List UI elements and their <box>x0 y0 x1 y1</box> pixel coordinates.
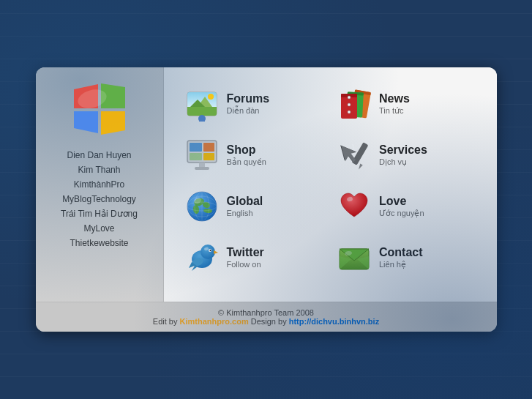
sidebar-link-1[interactable]: Kim Thanh <box>78 164 121 176</box>
sidebar-link-3[interactable]: MyBlogTechnology <box>62 193 136 205</box>
svg-rect-24 <box>203 153 214 160</box>
svg-rect-23 <box>190 153 202 160</box>
news-title: News <box>379 92 410 105</box>
svg-rect-27 <box>352 142 369 165</box>
svg-point-8 <box>208 94 214 100</box>
svg-rect-25 <box>199 163 205 167</box>
services-title: Services <box>379 143 427 157</box>
menu-item-services[interactable]: Services Dịch vụ <box>334 133 479 177</box>
love-subtitle: Ước nguyện <box>379 208 424 218</box>
shop-subtitle: Bản quyền <box>227 157 266 167</box>
footer-credits: Edit by Kimthanhpro.com Design by http:/… <box>43 317 490 326</box>
footer-edit-link[interactable]: Kimthanhpro.com <box>180 317 249 326</box>
shop-icon <box>184 138 220 173</box>
menu-item-forums[interactable]: Forums Diễn đàn <box>181 82 327 126</box>
services-subtitle: Dịch vụ <box>379 157 427 167</box>
main-container: Dien Dan Huyen Kim Thanh KimthànhPro MyB… <box>36 67 497 332</box>
svg-rect-5 <box>187 107 217 116</box>
shop-title: Shop <box>227 143 266 157</box>
forums-subtitle: Diễn đàn <box>227 105 270 116</box>
svg-rect-10 <box>199 117 205 122</box>
twitter-text: Twitter Follow on <box>227 245 264 269</box>
news-subtitle: Tin tức <box>379 105 410 116</box>
content-area: Dien Dan Huyen Kim Thanh KimthànhPro MyB… <box>36 67 497 302</box>
contact-text: Contact Liên hệ <box>379 245 423 269</box>
footer: © Kimthanhpro Team 2008 Edit by Kimthanh… <box>36 302 497 332</box>
svg-marker-45 <box>214 250 218 254</box>
sidebar: Dien Dan Huyen Kim Thanh KimthànhPro MyB… <box>36 67 164 302</box>
news-icon <box>337 86 372 122</box>
sidebar-link-2[interactable]: KimthànhPro <box>74 179 124 190</box>
menu-item-global[interactable]: Global English <box>181 184 327 228</box>
footer-copyright: © Kimthanhpro Team 2008 <box>43 308 490 317</box>
svg-point-17 <box>348 96 351 99</box>
love-title: Love <box>379 194 424 208</box>
main-content: Forums Diễn đàn <box>164 67 497 302</box>
shop-text: Shop Bản quyền <box>227 143 266 167</box>
twitter-icon <box>184 240 220 275</box>
svg-marker-28 <box>357 164 362 171</box>
sidebar-link-6[interactable]: Thietkewebsite <box>70 237 128 249</box>
forums-icon <box>184 86 220 122</box>
services-text: Services Dịch vụ <box>379 143 427 167</box>
svg-rect-26 <box>195 167 209 170</box>
menu-item-love[interactable]: Love Ước nguyện <box>334 184 479 228</box>
global-subtitle: English <box>227 208 263 218</box>
footer-design-link[interactable]: http://dichvu.binhvn.biz <box>289 317 379 326</box>
love-icon <box>337 189 372 224</box>
services-icon <box>337 138 372 173</box>
menu-item-twitter[interactable]: Twitter Follow on <box>181 236 327 280</box>
footer-design-label: Design by <box>249 317 289 326</box>
sidebar-link-5[interactable]: MyLove <box>83 223 114 234</box>
menu-item-contact[interactable]: Contact Liên hệ <box>334 236 479 280</box>
love-text: Love Ước nguyện <box>379 194 424 218</box>
svg-point-47 <box>209 250 211 251</box>
sidebar-link-4[interactable]: Trái Tim Hải Dương <box>61 208 138 220</box>
global-icon <box>184 189 220 224</box>
footer-edit-label: Edit by <box>153 317 180 326</box>
global-text: Global English <box>227 194 263 218</box>
svg-point-19 <box>348 111 351 113</box>
svg-rect-21 <box>190 143 202 152</box>
contact-subtitle: Liên hệ <box>379 259 423 269</box>
contact-icon <box>337 240 372 275</box>
svg-point-44 <box>201 245 215 259</box>
twitter-title: Twitter <box>227 245 264 259</box>
menu-item-shop[interactable]: Shop Bản quyền <box>181 133 327 177</box>
svg-rect-22 <box>203 143 214 152</box>
sidebar-link-0[interactable]: Dien Dan Huyen <box>67 149 131 161</box>
sidebar-links: Dien Dan Huyen Kim Thanh KimthànhPro MyB… <box>43 149 156 249</box>
svg-line-31 <box>351 144 356 150</box>
contact-title: Contact <box>379 245 423 259</box>
menu-item-news[interactable]: News Tin tức <box>334 82 479 126</box>
twitter-subtitle: Follow on <box>227 259 264 269</box>
windows-logo <box>70 81 129 139</box>
forums-text: Forums Diễn đàn <box>227 92 270 116</box>
forums-title: Forums <box>227 92 270 105</box>
global-title: Global <box>227 194 263 208</box>
news-text: News Tin tức <box>379 92 410 116</box>
svg-point-18 <box>348 103 351 106</box>
